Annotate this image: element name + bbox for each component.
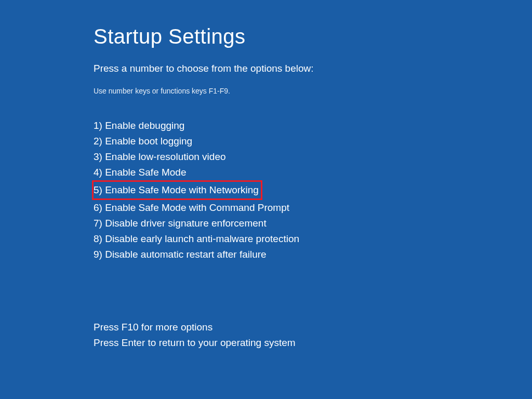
option-disable-automatic-restart[interactable]: 9) Disable automatic restart after failu… <box>94 247 267 262</box>
option-enable-safe-mode[interactable]: 4) Enable Safe Mode <box>94 165 187 180</box>
options-list: 1) Enable debugging 2) Enable boot loggi… <box>94 118 532 262</box>
instruction-text: Press a number to choose from the option… <box>94 63 532 74</box>
page-title: Startup Settings <box>94 25 532 48</box>
option-enable-debugging[interactable]: 1) Enable debugging <box>94 118 184 134</box>
startup-settings-screen: Startup Settings Press a number to choos… <box>0 0 532 351</box>
option-disable-driver-signature-enforcement[interactable]: 7) Disable driver signature enforcement <box>94 216 267 231</box>
option-disable-early-launch-anti-malware[interactable]: 8) Disable early launch anti-malware pro… <box>94 231 299 247</box>
option-enable-low-resolution-video[interactable]: 3) Enable low-resolution video <box>94 149 226 165</box>
option-enable-boot-logging[interactable]: 2) Enable boot logging <box>94 134 192 149</box>
option-enable-safe-mode-networking[interactable]: 5) Enable Safe Mode with Networking <box>92 180 262 200</box>
footer-more-options: Press F10 for more options <box>94 320 532 335</box>
footer-return-os: Press Enter to return to your operating … <box>94 335 532 351</box>
hint-text: Use number keys or functions keys F1-F9. <box>94 87 532 95</box>
option-enable-safe-mode-command-prompt[interactable]: 6) Enable Safe Mode with Command Prompt <box>94 200 289 216</box>
